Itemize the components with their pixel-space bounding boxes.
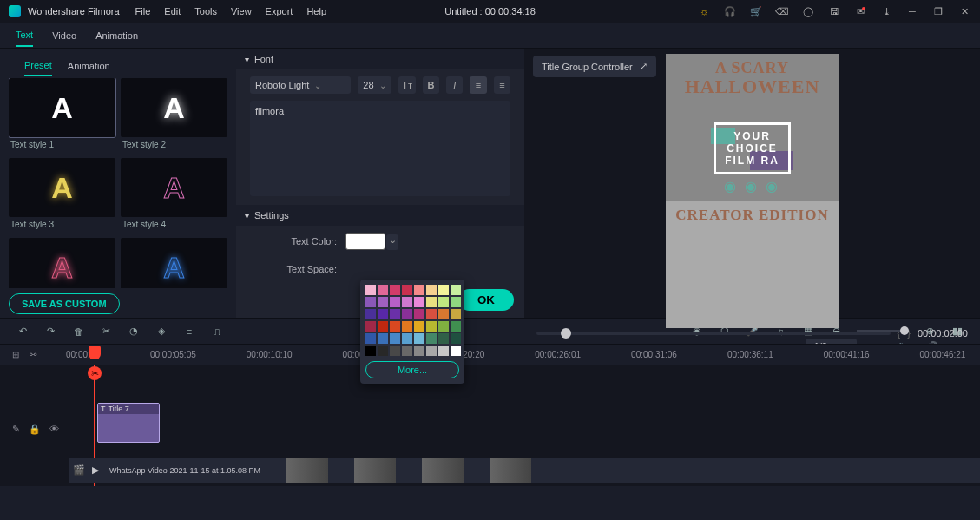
- color-swatch[interactable]: [414, 346, 424, 356]
- color-swatch[interactable]: [378, 309, 388, 319]
- color-swatch[interactable]: [378, 346, 388, 356]
- message-icon[interactable]: ✉: [853, 4, 867, 18]
- color-swatch[interactable]: [402, 309, 412, 319]
- color-swatch[interactable]: [438, 333, 449, 344]
- audio-icon[interactable]: ⎍: [210, 325, 224, 339]
- color-swatch[interactable]: [438, 285, 449, 295]
- zoom-slider[interactable]: [857, 330, 909, 332]
- text-color-swatch[interactable]: [345, 233, 385, 250]
- text-style-4[interactable]: A: [121, 158, 227, 217]
- align-left-icon[interactable]: ≡: [470, 76, 486, 94]
- track-edit-icon[interactable]: ✎: [12, 424, 20, 435]
- color-swatch[interactable]: [390, 285, 400, 295]
- color-swatch[interactable]: [438, 321, 449, 332]
- preview-canvas[interactable]: A SCARY HALLOWEEN YOUR CHOICE FILM RA ◉ …: [666, 54, 839, 328]
- color-swatch[interactable]: [365, 285, 376, 295]
- save-icon[interactable]: 🖫: [827, 4, 841, 18]
- color-swatch[interactable]: [426, 285, 437, 295]
- tips-icon[interactable]: ☼: [697, 4, 711, 18]
- tab-animation[interactable]: Animation: [95, 25, 138, 46]
- color-swatch[interactable]: [402, 346, 412, 356]
- font-family-dropdown[interactable]: Roboto Light: [250, 76, 351, 94]
- color-swatch[interactable]: [390, 346, 400, 356]
- bold-icon[interactable]: B: [423, 76, 439, 94]
- color-swatch[interactable]: [365, 321, 376, 332]
- save-as-custom-button[interactable]: SAVE AS CUSTOM: [9, 293, 120, 314]
- font-section-header[interactable]: Font: [236, 49, 524, 69]
- title-clip[interactable]: TTitle 7: [97, 403, 160, 443]
- adjust-icon[interactable]: ≡: [182, 325, 196, 339]
- menu-edit[interactable]: Edit: [164, 6, 181, 16]
- preview-scrubber[interactable]: [536, 332, 891, 335]
- color-swatch[interactable]: [451, 285, 461, 295]
- color-swatch[interactable]: [426, 321, 437, 332]
- color-swatch[interactable]: [402, 321, 412, 332]
- link-icon[interactable]: ⚯: [30, 350, 36, 359]
- account-icon[interactable]: ◯: [801, 4, 815, 18]
- color-swatch[interactable]: [414, 297, 424, 307]
- text-style-6[interactable]: A: [121, 238, 227, 288]
- text-content-input[interactable]: filmora: [250, 101, 510, 196]
- color-swatch[interactable]: [365, 346, 376, 356]
- cart-icon[interactable]: 🛒: [749, 4, 763, 18]
- color-swatch[interactable]: [365, 333, 376, 344]
- track-visibility-icon[interactable]: 👁: [49, 424, 59, 435]
- color-swatch[interactable]: [378, 285, 388, 295]
- close-icon[interactable]: ✕: [957, 4, 971, 18]
- crop-icon[interactable]: ◈: [155, 325, 168, 339]
- subtab-animation[interactable]: Animation: [68, 56, 110, 76]
- gift-icon[interactable]: ⌫: [775, 4, 789, 18]
- color-swatch[interactable]: [451, 346, 461, 356]
- color-swatch[interactable]: [365, 309, 376, 319]
- menu-tools[interactable]: Tools: [194, 6, 217, 16]
- redo-icon[interactable]: ↷: [43, 325, 57, 339]
- color-swatch[interactable]: [378, 297, 388, 307]
- color-swatch[interactable]: [402, 297, 412, 307]
- menu-file[interactable]: File: [135, 6, 151, 16]
- color-swatch[interactable]: [451, 297, 461, 307]
- font-size-dropdown[interactable]: 28: [358, 76, 391, 94]
- color-swatch[interactable]: [414, 333, 424, 344]
- minimize-icon[interactable]: ─: [905, 4, 919, 18]
- italic-icon[interactable]: I: [446, 76, 463, 94]
- text-style-5[interactable]: A: [9, 238, 115, 288]
- color-swatch[interactable]: [438, 346, 449, 356]
- text-style-3[interactable]: A: [9, 158, 115, 217]
- color-swatch[interactable]: [438, 297, 449, 307]
- color-swatch[interactable]: [390, 333, 400, 344]
- color-swatch[interactable]: [402, 333, 412, 344]
- video-track[interactable]: 🎬 ▶ WhatsApp Video 2021-11-15 at 1.05.08…: [69, 458, 980, 483]
- color-swatch[interactable]: [414, 285, 424, 295]
- align-right-icon[interactable]: ≡: [494, 76, 510, 94]
- color-swatch[interactable]: [438, 309, 449, 319]
- menu-view[interactable]: View: [231, 6, 252, 16]
- color-swatch[interactable]: [414, 309, 424, 319]
- text-case-icon[interactable]: Tт: [398, 76, 415, 94]
- text-style-1[interactable]: A: [9, 78, 115, 137]
- color-swatch[interactable]: [426, 333, 437, 344]
- scissors-icon[interactable]: ✂: [88, 366, 102, 380]
- color-swatch[interactable]: [378, 333, 388, 344]
- undo-icon[interactable]: ↶: [16, 325, 30, 339]
- tab-video[interactable]: Video: [52, 25, 76, 46]
- color-swatch[interactable]: [426, 297, 437, 307]
- track-lock-icon[interactable]: 🔒: [29, 424, 41, 435]
- color-swatch[interactable]: [451, 309, 461, 319]
- title-group-controller-button[interactable]: Title Group Controller ⤢: [533, 56, 656, 77]
- color-swatch[interactable]: [426, 309, 437, 319]
- menu-help[interactable]: Help: [306, 6, 326, 16]
- ok-button[interactable]: OK: [458, 289, 514, 311]
- download-icon[interactable]: ⤓: [879, 4, 893, 18]
- speed-icon[interactable]: ◔: [127, 325, 141, 339]
- track-add-icon[interactable]: ⊞: [12, 350, 19, 359]
- color-swatch[interactable]: [402, 285, 412, 295]
- maximize-icon[interactable]: ❐: [931, 4, 945, 18]
- color-swatch[interactable]: [451, 321, 461, 332]
- subtab-preset[interactable]: Preset: [24, 56, 52, 76]
- settings-section-header[interactable]: Settings: [236, 205, 524, 226]
- color-swatch[interactable]: [451, 333, 461, 344]
- delete-icon[interactable]: 🗑: [71, 325, 85, 339]
- more-colors-button[interactable]: More...: [365, 361, 459, 378]
- cut-icon[interactable]: ✂: [99, 325, 113, 339]
- color-swatch[interactable]: [365, 297, 376, 307]
